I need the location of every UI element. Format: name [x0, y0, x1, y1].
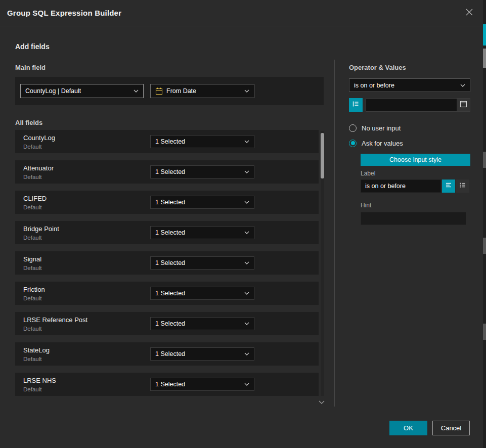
date-value-field [366, 98, 470, 112]
field-row-lrse-reference-post: LRSE Reference Post Default 1 Selected [15, 312, 319, 335]
date-field-dropdown[interactable]: From Date [150, 84, 254, 98]
field-row-countylog: CountyLog Default 1 Selected [15, 130, 319, 153]
chevron-down-icon [244, 352, 249, 355]
selected-count-value: 1 Selected [155, 290, 185, 297]
app-edge-segment [483, 324, 486, 340]
layer-dropdown[interactable]: CountyLog | Default [20, 84, 144, 98]
cancel-button[interactable]: Cancel [432, 421, 470, 435]
field-row-signal: Signal Default 1 Selected [15, 251, 319, 275]
radio-label: No user input [362, 124, 401, 132]
dialog-title: Group SQL Expression Builder [7, 0, 121, 26]
chevron-down-icon [244, 89, 249, 93]
field-name: LRSE NHS [23, 377, 56, 384]
field-selected-dropdown[interactable]: 1 Selected [150, 196, 254, 209]
field-selected-dropdown[interactable]: 1 Selected [150, 165, 254, 178]
ok-button[interactable]: OK [389, 421, 427, 435]
radio-label: Ask for values [362, 140, 403, 147]
list-style-button[interactable] [456, 180, 469, 193]
list-icon [459, 182, 466, 191]
main-field-label: Main field [15, 64, 46, 71]
field-row-lrse-nhs: LRSE NHS Default 1 Selected [15, 373, 319, 396]
chevron-down-icon [244, 383, 249, 386]
radio-no-user-input[interactable]: No user input [349, 123, 401, 132]
operator-dropdown-value: is on or before [354, 82, 394, 89]
field-row-attenuator: Attenuator Default 1 Selected [15, 160, 319, 184]
main-field-panel: CountyLog | Default From Date [15, 77, 324, 105]
label-caption: Label [361, 170, 375, 177]
app-edge-segment [483, 238, 486, 254]
calendar-icon [460, 100, 467, 110]
chevron-down-icon [134, 89, 139, 93]
field-sublabel: Default [23, 326, 41, 332]
layer-dropdown-value: CountyLog | Default [25, 87, 81, 95]
close-button[interactable] [465, 9, 474, 18]
selected-count-value: 1 Selected [155, 138, 185, 145]
operator-values-heading: Operator & Values [349, 64, 406, 71]
all-fields-label: All fields [15, 119, 42, 126]
value-input-row [349, 98, 470, 112]
selected-count-value: 1 Selected [155, 199, 185, 206]
field-sublabel: Default [23, 356, 41, 362]
chevron-down-icon [460, 84, 465, 87]
field-sublabel: Default [23, 204, 41, 210]
field-row-statelog: StateLog Default 1 Selected [15, 342, 319, 366]
label-input[interactable] [361, 180, 441, 193]
dialog-header: Group SQL Expression Builder [0, 0, 483, 26]
field-selected-dropdown[interactable]: 1 Selected [150, 347, 254, 361]
field-selected-dropdown[interactable]: 1 Selected [150, 226, 254, 239]
all-fields-list: CountyLog Default 1 Selected Attenuator … [15, 130, 319, 403]
chevron-down-icon [244, 170, 249, 173]
radio-ask-for-values[interactable]: Ask for values [349, 139, 403, 148]
chevron-down-icon [244, 201, 249, 204]
calendar-icon [155, 87, 163, 95]
date-picker-button[interactable] [457, 99, 470, 111]
field-name: Friction [23, 286, 45, 293]
field-name: CLIFED [23, 195, 47, 202]
field-name: Attenuator [23, 164, 54, 172]
field-sublabel: Default [23, 265, 41, 271]
value-mode-icon [352, 100, 360, 110]
group-sql-expression-builder-dialog: Group SQL Expression Builder Add fields … [0, 0, 486, 448]
field-sublabel: Default [23, 295, 41, 301]
field-selected-dropdown[interactable]: 1 Selected [150, 287, 254, 300]
field-selected-dropdown[interactable]: 1 Selected [150, 317, 254, 330]
selected-count-value: 1 Selected [155, 229, 185, 236]
selected-count-value: 1 Selected [155, 320, 185, 327]
hint-input[interactable] [361, 212, 466, 225]
app-edge-segment [483, 152, 486, 168]
background-app-edge [483, 0, 486, 448]
list-scrollbar[interactable] [321, 131, 324, 396]
field-row-friction: Friction Default 1 Selected [15, 282, 319, 305]
value-mode-button[interactable] [349, 98, 363, 112]
selected-count-value: 1 Selected [155, 350, 185, 357]
field-selected-dropdown[interactable]: 1 Selected [150, 378, 254, 391]
close-icon [465, 8, 473, 18]
field-name: StateLog [23, 346, 50, 354]
field-sublabel: Default [23, 144, 41, 150]
scroll-down-button[interactable] [318, 398, 326, 405]
radio-selected-icon [349, 140, 357, 147]
date-value-input[interactable] [366, 99, 457, 111]
app-edge-segment [483, 24, 486, 46]
chevron-down-icon [244, 140, 249, 143]
field-name: Signal [23, 255, 41, 263]
choose-input-style-button[interactable]: Choose input style [361, 154, 470, 166]
field-selected-dropdown[interactable]: 1 Selected [150, 256, 254, 270]
selected-count-value: 1 Selected [155, 168, 185, 175]
selected-count-value: 1 Selected [155, 259, 185, 266]
panel-divider [334, 60, 335, 407]
date-field-dropdown-value: From Date [166, 87, 196, 95]
single-line-style-button[interactable] [442, 180, 455, 193]
selected-count-value: 1 Selected [155, 381, 185, 388]
scrollbar-thumb[interactable] [321, 133, 324, 178]
field-selected-dropdown[interactable]: 1 Selected [150, 135, 254, 148]
operator-dropdown[interactable]: is on or before [349, 78, 470, 92]
field-name: CountyLog [23, 134, 55, 142]
field-row-bridge-point: Bridge Point Default 1 Selected [15, 221, 319, 244]
chevron-down-icon [244, 322, 249, 325]
label-input-row [361, 180, 470, 193]
field-sublabel: Default [23, 386, 41, 392]
scroll-down-icon [319, 397, 325, 406]
field-name: LRSE Reference Post [23, 316, 87, 324]
hint-caption: Hint [361, 202, 371, 209]
